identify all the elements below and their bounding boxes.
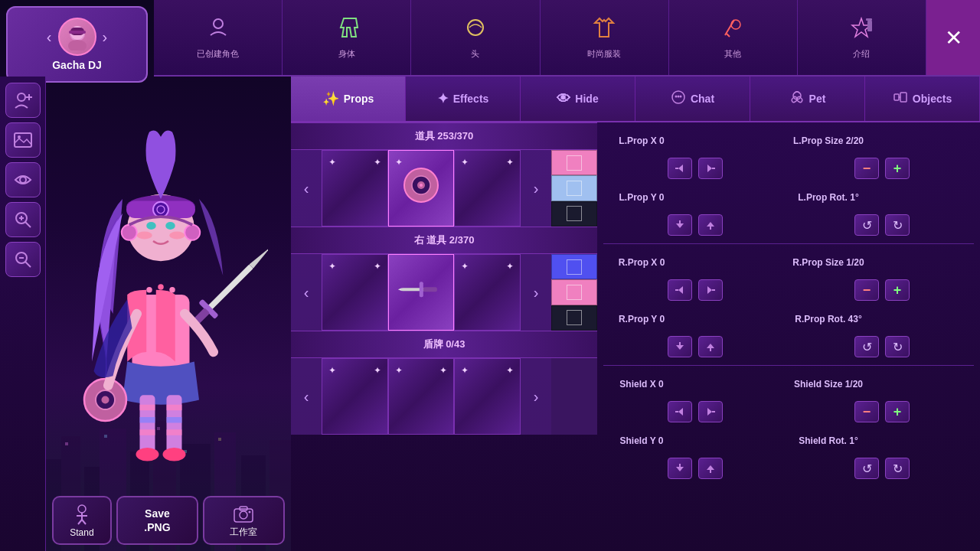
shield-slots: ✦ ✦ ✦ ✦ ✦ ✦ [322, 358, 521, 435]
studio-button[interactable]: 工作室 [203, 496, 285, 545]
shield-header: 盾牌 0/43 [291, 331, 597, 358]
close-button[interactable]: ✕ [926, 0, 980, 75]
svg-marker-118 [676, 467, 684, 471]
l-prop-size-plus-button[interactable]: + [885, 158, 910, 179]
left-sidebar [0, 77, 46, 551]
r-prop-size-label: R.Prop Size 1/20 [790, 257, 867, 268]
swatch-blue[interactable] [551, 254, 597, 279]
visibility-button[interactable] [5, 162, 41, 197]
l-prop-x-left-button[interactable] [668, 158, 692, 179]
tab-hide[interactable]: 👁 Hide [521, 77, 635, 121]
zoom-in-button[interactable] [5, 202, 41, 237]
tab-chat[interactable]: Chat [635, 77, 750, 121]
tab-body[interactable]: 身体 [283, 0, 411, 75]
next-char-button[interactable]: › [103, 28, 108, 46]
shield-slot-2[interactable]: ✦ ✦ [388, 358, 455, 435]
svg-point-59 [153, 202, 168, 217]
tab-intro[interactable]: 介绍 [798, 0, 926, 75]
tab-effects[interactable]: ✦ Effects [406, 77, 521, 121]
tab-fashion[interactable]: 时尚服装 [541, 0, 669, 75]
left-prop-slot-1[interactable]: ✦ ✦ [322, 150, 388, 227]
add-character-button[interactable] [5, 83, 41, 118]
tab-created-characters[interactable]: 已创建角色 [154, 0, 283, 75]
r-prop-size-minus-button[interactable]: − [854, 279, 879, 301]
swatch-black-2[interactable] [551, 305, 597, 331]
shield-x-right-button[interactable] [698, 401, 723, 422]
shield-controls: Shield X 0 [603, 372, 974, 424]
shield-x-left-button[interactable] [668, 401, 692, 422]
tab-other[interactable]: 其他 [669, 0, 798, 75]
l-prop-y-group: L.Prop Y 0 [603, 185, 787, 237]
r-prop-x-right-button[interactable] [698, 279, 723, 301]
right-prop-slot-2-active[interactable] [388, 254, 455, 331]
left-prop-swatches [551, 150, 597, 227]
swatch-pink-2[interactable] [551, 279, 597, 305]
shield-slot-1[interactable]: ✦ ✦ [322, 358, 388, 435]
r-prop-y-down-button[interactable] [668, 336, 692, 357]
tab-head[interactable]: 头 [411, 0, 540, 75]
gallery-button[interactable] [5, 122, 41, 158]
r-prop-size-plus-button[interactable]: + [885, 279, 910, 301]
svg-point-84 [677, 95, 679, 97]
left-prop-section: 道具 253/370 ‹ ✦ ✦ ✦ [291, 122, 597, 227]
right-prop-prev-button[interactable]: ‹ [291, 254, 322, 331]
svg-point-70 [146, 287, 152, 293]
save-png-button[interactable]: Save .PNG [116, 496, 198, 545]
shield-size-minus-button[interactable]: − [854, 401, 879, 422]
l-prop-size-minus-button[interactable]: − [854, 158, 879, 179]
shield-size-plus-button[interactable]: + [885, 401, 910, 422]
sparkle-icon-3: ✦ [461, 157, 469, 168]
zoom-out-button[interactable] [5, 242, 41, 277]
svg-rect-43 [167, 395, 182, 452]
r-prop-rot-ccw-button[interactable]: ↺ [854, 336, 879, 357]
tab-objects[interactable]: Objects [865, 77, 980, 121]
character-selector[interactable]: ‹ › Gacha DJ [6, 6, 148, 83]
shield-rot-cw-button[interactable]: ↻ [885, 458, 910, 479]
left-prop-slots: ✦ ✦ ✦ [322, 150, 521, 227]
svg-rect-48 [167, 417, 182, 423]
right-prop-slot-3[interactable]: ✦ ✦ [454, 254, 521, 331]
separator-2 [603, 365, 974, 366]
tab-props[interactable]: ✨ Props [291, 77, 406, 121]
l-prop-rot-cw-button[interactable]: ↻ [885, 214, 910, 236]
effects-label: Effects [453, 93, 489, 105]
shield-x-btn-row [603, 399, 787, 424]
tab-pet[interactable]: Pet [750, 77, 865, 121]
swatch-pink[interactable] [551, 150, 597, 175]
shield-y-down-button[interactable] [668, 458, 692, 479]
svg-rect-96 [419, 282, 423, 297]
r-prop-x-label-row: R.Prop X 0 [603, 250, 787, 275]
left-prop-next-button[interactable]: › [521, 150, 551, 227]
shield-prev-button[interactable]: ‹ [291, 358, 322, 435]
shield-rot-ccw-button[interactable]: ↺ [854, 458, 879, 479]
shield-x-label: Shield X 0 [603, 379, 680, 390]
swatch-light-blue[interactable] [551, 175, 597, 201]
l-prop-y-up-button[interactable] [698, 214, 723, 236]
svg-marker-102 [676, 223, 684, 228]
prev-char-button[interactable]: ‹ [47, 28, 52, 46]
shield-slot-3[interactable]: ✦ ✦ [454, 358, 521, 435]
shield-size-btn-row: − + [790, 399, 974, 424]
right-prop-slot-1[interactable]: ✦ ✦ [322, 254, 388, 331]
shield-size-group: Shield Size 1/20 − + [790, 372, 974, 424]
l-prop-rot-ccw-button[interactable]: ↺ [854, 214, 879, 236]
l-prop-x-right-button[interactable] [698, 158, 723, 179]
r-prop-rot-cw-button[interactable]: ↻ [885, 336, 910, 357]
left-prop-prev-button[interactable]: ‹ [291, 150, 322, 227]
shield-y-up-button[interactable] [698, 458, 723, 479]
objects-label: Objects [913, 93, 952, 105]
stand-button[interactable]: Stand [52, 496, 112, 545]
swatch-black-1[interactable] [551, 201, 597, 227]
svg-marker-104 [707, 222, 714, 227]
right-prop-next-button[interactable]: › [521, 254, 551, 331]
svg-point-83 [675, 95, 677, 97]
left-prop-slot-3[interactable]: ✦ ✦ [454, 150, 521, 227]
tab-intro-label: 介绍 [853, 48, 870, 60]
left-prop-slot-2-active[interactable]: ✦ [388, 150, 455, 227]
shield-next-button[interactable]: › [521, 358, 551, 435]
r-prop-y-up-button[interactable] [698, 336, 723, 357]
top-nav: ‹ › Gacha DJ [0, 0, 980, 77]
r-prop-x-left-button[interactable] [668, 279, 692, 301]
r-prop-controls: R.Prop X 0 [603, 250, 974, 302]
l-prop-y-down-button[interactable] [668, 214, 692, 236]
